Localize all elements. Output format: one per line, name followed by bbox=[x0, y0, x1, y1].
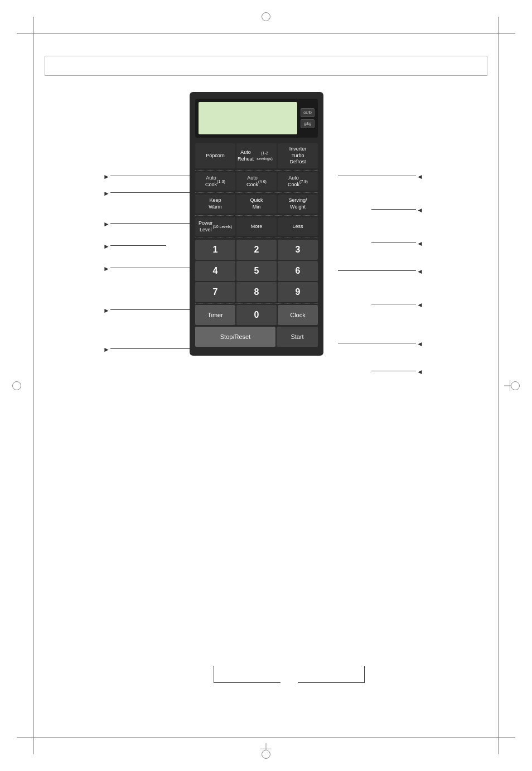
button-8[interactable]: 8 bbox=[236, 282, 277, 302]
button-4[interactable]: 4 bbox=[195, 261, 235, 281]
left-arrow-5: ► bbox=[103, 265, 110, 273]
right-arrow-3: ◄ bbox=[417, 240, 423, 248]
page-border-left bbox=[33, 17, 34, 754]
left-arrow-7: ► bbox=[103, 346, 110, 353]
left-arrow-3: ► bbox=[103, 220, 110, 228]
button-row-4: PowerLevel(10 Levels) More Less bbox=[195, 217, 318, 236]
left-arrow-1: ► bbox=[103, 173, 110, 181]
oz-lb-button[interactable]: oz/lb bbox=[301, 108, 315, 117]
power-level-button[interactable]: PowerLevel(10 Levels) bbox=[195, 217, 235, 236]
annot-line-b3 bbox=[364, 666, 365, 683]
less-button[interactable]: Less bbox=[278, 217, 318, 236]
bottom-numpad-row: Timer 0 Clock bbox=[195, 305, 318, 325]
action-row: Stop/Reset Start bbox=[195, 327, 318, 347]
button-2[interactable]: 2 bbox=[236, 240, 277, 260]
button-row-1: Popcorn AutoReheat(1-2 servings) Inverte… bbox=[195, 143, 318, 168]
button-5[interactable]: 5 bbox=[236, 261, 277, 281]
left-arrow-4: ► bbox=[103, 243, 110, 250]
page-border-bottom bbox=[17, 737, 515, 738]
annot-line-5 bbox=[110, 268, 191, 268]
start-button[interactable]: Start bbox=[277, 327, 318, 347]
annot-line-r5 bbox=[371, 304, 416, 304]
button-3[interactable]: 3 bbox=[278, 240, 318, 260]
annot-line-r4 bbox=[338, 270, 416, 271]
button-row-3: KeepWarm QuickMin Serving/Weight bbox=[195, 195, 318, 213]
numpad-row-3: 7 8 9 bbox=[195, 282, 318, 302]
quick-min-button[interactable]: QuickMin bbox=[236, 195, 277, 213]
display-area: oz/lb g/kg bbox=[195, 99, 318, 138]
microwave-panel: oz/lb g/kg Popcorn AutoReheat(1-2 servin… bbox=[190, 92, 323, 356]
numpad-row-1: 1 2 3 bbox=[195, 240, 318, 260]
button-row-2: AutoCook(1-3) AutoCook(4-6) AutoCook(7-9… bbox=[195, 172, 318, 191]
button-0[interactable]: 0 bbox=[236, 305, 277, 325]
auto-reheat-button[interactable]: AutoReheat(1-2 servings) bbox=[236, 143, 277, 168]
annot-line-b4 bbox=[298, 682, 365, 683]
display-screen bbox=[199, 102, 297, 134]
display-side-buttons: oz/lb g/kg bbox=[301, 102, 315, 134]
annot-line-r6 bbox=[338, 343, 416, 343]
header-box bbox=[45, 56, 487, 76]
separator-numpad bbox=[195, 237, 318, 238]
annot-line-6 bbox=[110, 309, 191, 310]
annot-line-7 bbox=[110, 348, 191, 349]
page-border-right bbox=[498, 17, 499, 754]
crosshair-bottom bbox=[262, 750, 270, 759]
right-arrow-7: ◄ bbox=[417, 368, 423, 376]
annot-line-4 bbox=[110, 245, 166, 246]
button-1[interactable]: 1 bbox=[195, 240, 235, 260]
annot-line-b1 bbox=[214, 666, 214, 683]
stop-reset-button[interactable]: Stop/Reset bbox=[195, 327, 275, 347]
separator-2 bbox=[195, 192, 318, 193]
right-arrow-4: ◄ bbox=[417, 268, 423, 275]
annot-line-r1 bbox=[338, 176, 416, 176]
clock-button[interactable]: Clock bbox=[278, 305, 318, 325]
button-6[interactable]: 6 bbox=[278, 261, 318, 281]
right-arrow-5: ◄ bbox=[417, 301, 423, 309]
right-arrow-6: ◄ bbox=[417, 340, 423, 348]
page-border-top bbox=[17, 33, 515, 34]
crosshair-top bbox=[262, 12, 270, 21]
left-arrow-6: ► bbox=[103, 307, 110, 314]
annot-line-r3 bbox=[371, 243, 416, 243]
serving-weight-button[interactable]: Serving/Weight bbox=[278, 195, 318, 213]
crosshair-right bbox=[511, 381, 520, 390]
separator-bottom-numpad bbox=[195, 303, 318, 304]
separator-1 bbox=[195, 170, 318, 171]
button-7[interactable]: 7 bbox=[195, 282, 235, 302]
numpad-row-2: 4 5 6 bbox=[195, 261, 318, 281]
auto-cook-1-3-button[interactable]: AutoCook(1-3) bbox=[195, 172, 235, 191]
inverter-turbo-defrost-button[interactable]: InverterTurboDefrost bbox=[278, 143, 318, 168]
button-9[interactable]: 9 bbox=[278, 282, 318, 302]
keep-warm-button[interactable]: KeepWarm bbox=[195, 195, 235, 213]
annot-line-r7 bbox=[371, 371, 416, 371]
auto-cook-7-9-button[interactable]: AutoCook(7-9) bbox=[278, 172, 318, 191]
crosshair-left bbox=[12, 381, 21, 390]
left-arrow-2: ► bbox=[103, 190, 110, 197]
more-button[interactable]: More bbox=[236, 217, 277, 236]
annot-line-1 bbox=[110, 176, 191, 176]
popcorn-button[interactable]: Popcorn bbox=[195, 143, 235, 168]
auto-cook-4-6-button[interactable]: AutoCook(4-6) bbox=[236, 172, 277, 191]
right-arrow-1: ◄ bbox=[417, 173, 423, 181]
annot-line-r2 bbox=[371, 209, 416, 210]
g-kg-button[interactable]: g/kg bbox=[301, 119, 315, 128]
annot-line-b2 bbox=[214, 682, 280, 683]
annot-line-3 bbox=[110, 223, 191, 224]
timer-button[interactable]: Timer bbox=[195, 305, 235, 325]
annot-line-2 bbox=[110, 192, 191, 193]
separator-3 bbox=[195, 215, 318, 216]
right-arrow-2: ◄ bbox=[417, 206, 423, 214]
